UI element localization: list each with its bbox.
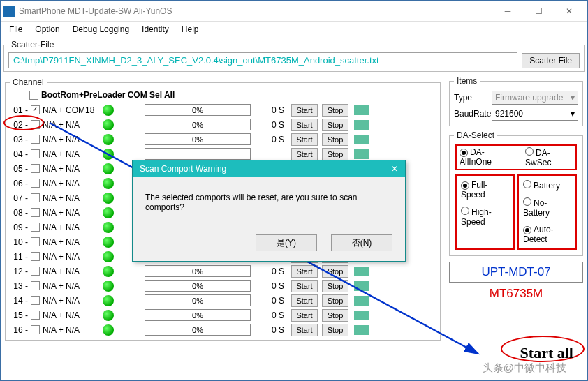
start-button[interactable]: Start [291,133,318,146]
time-label: 0 S [263,281,284,291]
channel-checkbox[interactable] [31,325,40,334]
status-bar [354,267,369,276]
channel-label: N/A + N/A [43,149,97,159]
channel-checkbox[interactable] [31,223,40,232]
progress-bar [145,148,251,160]
stop-button[interactable]: Stop [322,309,348,322]
channel-checkbox[interactable] [31,135,40,144]
status-dot [103,266,114,277]
status-dot [103,222,114,233]
start-button[interactable]: Start [291,119,318,131]
da-swsec-radio[interactable]: DA-SwSec [525,147,573,167]
full-speed-radio[interactable]: Full-Speed [461,180,509,200]
status-bar [354,135,369,144]
status-dot [103,105,114,116]
channel-label: N/A + N/A [43,223,97,232]
stop-button[interactable]: Stop [322,104,348,117]
channel-checkbox[interactable] [31,311,40,320]
auto-detect-radio[interactable]: Auto-Detect [523,225,571,244]
channel-checkbox[interactable] [31,237,40,246]
channel-checkbox[interactable] [31,267,40,276]
channel-label: N/A + COM18 [43,105,97,115]
stop-button[interactable]: Stop [322,119,348,131]
channel-checkbox[interactable] [31,149,40,158]
da-select-group: DA-Select DA-AllInOne DA-SwSec Full-Spee… [449,130,583,256]
type-select[interactable]: Firmware upgrade▾ [492,91,578,105]
start-button[interactable]: Start [291,280,318,292]
channel-row: 01 - N/A + COM18 0% 0 S Start Stop [10,103,436,117]
channel-checkbox[interactable] [31,120,40,129]
stop-button[interactable]: Stop [322,280,348,292]
channel-checkbox[interactable] [31,252,40,261]
start-button[interactable]: Start [291,294,318,307]
status-bar [354,281,369,291]
channel-row: 13 - N/A + N/A 0% 0 S Start Stop [10,278,436,293]
stop-button[interactable]: Stop [322,133,348,146]
start-button[interactable]: Start [291,309,318,322]
channel-label: N/A + N/A [43,164,97,174]
channel-checkbox[interactable] [31,193,40,202]
status-bar [354,311,369,320]
status-dot [103,178,114,189]
menu-option[interactable]: Option [29,23,65,36]
channel-checkbox[interactable] [31,281,40,290]
channel-row: 14 - N/A + N/A 0% 0 S Start Stop [10,293,436,308]
status-bar [354,149,369,159]
time-label: 0 S [263,105,284,115]
progress-bar: 0% [145,280,251,292]
status-dot [103,134,114,145]
channel-checkbox[interactable] [31,164,40,173]
status-bar [354,325,369,335]
high-speed-radio[interactable]: High-Speed [461,207,509,227]
stop-button[interactable]: Stop [322,265,348,278]
maximize-button[interactable]: ☐ [523,1,554,21]
selall-checkbox[interactable] [29,91,38,100]
channel-row: 02 - N/A + N/A 0% 0 S Start Stop [10,117,436,132]
channel-label: N/A + N/A [43,325,97,335]
dialog-close-icon[interactable]: ✕ [391,164,398,174]
stop-button[interactable]: Stop [322,148,348,160]
start-button[interactable]: Start [291,148,318,160]
no-battery-radio[interactable]: No-Battery [523,197,571,218]
scan-warning-dialog: Scan Comport Warning ✕ The selected comp… [132,160,406,262]
stop-button[interactable]: Stop [322,294,348,307]
menu-debug[interactable]: Debug Logging [67,23,135,36]
scatter-path[interactable]: C:\tmp\P7911FN_XINMH_D2_3_ALY_SEC_V2.0.4… [8,52,517,68]
channel-label: N/A + N/A [43,252,97,262]
menu-help[interactable]: Help [176,23,205,36]
chip-label: MT6735M [449,287,583,301]
channel-checkbox[interactable] [31,179,40,188]
menubar: File Option Debug Logging Identity Help [1,22,587,37]
close-button[interactable]: ✕ [554,1,585,21]
progress-bar: 0% [145,104,251,116]
channel-row: 12 - N/A + N/A 0% 0 S Start Stop [10,264,436,278]
status-dot [103,149,114,160]
start-all-label: Start all [520,344,573,362]
status-dot [103,119,114,130]
progress-bar: 0% [145,119,251,130]
titlebar: SmartPhone MDT-Update-SW Ali-YunOS ─ ☐ ✕ [1,1,587,22]
dialog-yes-button[interactable]: 是(Y) [256,234,317,251]
start-button[interactable]: Start [291,104,318,117]
dialog-title: Scan Comport Warning [140,164,226,174]
baudrate-select[interactable]: 921600▾ [492,107,578,121]
time-label: 0 S [263,267,284,276]
menu-identity[interactable]: Identity [136,23,175,36]
start-button[interactable]: Start [291,265,318,278]
scatter-file-button[interactable]: Scatter File [522,53,580,68]
menu-file[interactable]: File [3,23,28,36]
channel-checkbox[interactable] [31,105,40,114]
channel-row: 03 - N/A + N/A 0% 0 S Start Stop [10,132,436,147]
stop-button[interactable]: Stop [322,324,348,336]
minimize-button[interactable]: ─ [492,1,523,21]
channel-checkbox[interactable] [31,208,40,217]
battery-radio[interactable]: Battery [523,180,571,190]
status-dot [103,281,114,292]
start-button[interactable]: Start [291,324,318,336]
dialog-no-button[interactable]: 否(N) [331,234,392,251]
channel-label: N/A + N/A [43,208,97,218]
da-allinone-radio[interactable]: DA-AllInOne [460,147,513,167]
channel-label: N/A + N/A [43,179,97,188]
channel-row: 15 - N/A + N/A 0% 0 S Start Stop [10,308,436,322]
channel-checkbox[interactable] [31,296,40,305]
